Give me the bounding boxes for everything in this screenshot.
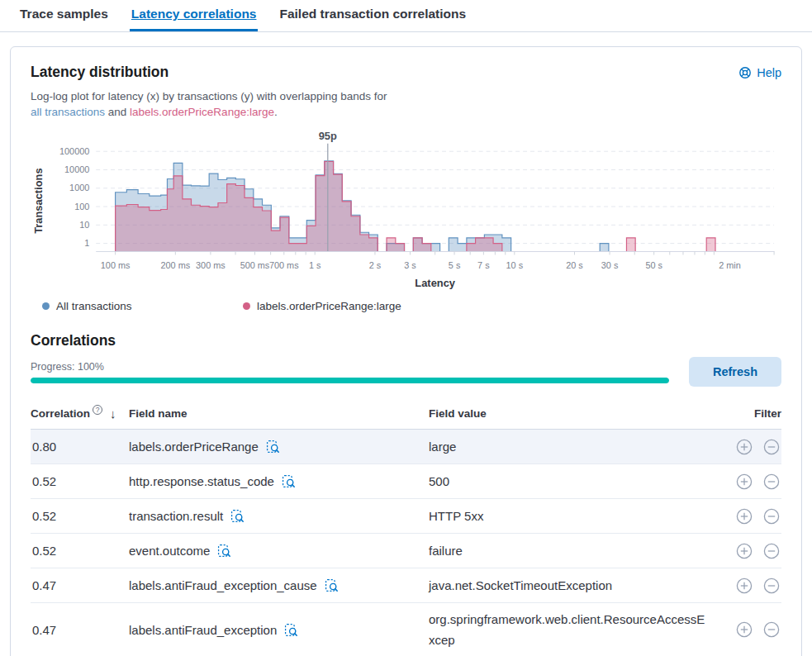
- svg-text:200 ms: 200 ms: [161, 260, 191, 270]
- svg-text:7 s: 7 s: [477, 260, 490, 270]
- table-row: 0.52 transaction.result HTTP 5xx: [31, 499, 781, 534]
- field-statistics-icon[interactable]: [266, 440, 280, 454]
- field-value: large: [429, 430, 707, 463]
- progress-label: Progress: 100%: [31, 361, 669, 373]
- page-title: Latency distribution: [31, 64, 169, 81]
- svg-text:1: 1: [84, 238, 89, 248]
- svg-text:30 s: 30 s: [601, 260, 619, 270]
- filter-exclude-button[interactable]: [763, 473, 780, 490]
- field-statistics-icon[interactable]: [217, 544, 231, 558]
- svg-text:50 s: 50 s: [645, 260, 662, 270]
- correlation-value: 0.47: [31, 578, 129, 592]
- table-row: 0.52 http.response.status_code 500: [31, 464, 781, 499]
- correlation-value: 0.52: [31, 544, 129, 558]
- table-row: 0.47 labels.antiFraud_exception org.spri…: [31, 603, 781, 656]
- tab-latency-correlations[interactable]: Latency correlations: [130, 0, 259, 31]
- info-icon[interactable]: ?: [93, 405, 102, 415]
- filter-exclude-button[interactable]: [763, 578, 780, 594]
- legend-dot-pink: [243, 302, 250, 310]
- filter-include-button[interactable]: [736, 543, 753, 559]
- field-name: labels.orderPriceRange: [129, 440, 259, 454]
- field-name: event.outcome: [129, 544, 210, 558]
- chart-description: Log-log plot for latency (x) by transact…: [31, 88, 781, 120]
- filter-include-button[interactable]: [736, 508, 753, 525]
- table-row: 0.47 labels.antiFraud_exception_cause ja…: [31, 568, 781, 603]
- field-statistics-icon[interactable]: [282, 474, 296, 488]
- table-row: 0.52 event.outcome failure: [31, 534, 781, 568]
- svg-text:100 ms: 100 ms: [101, 260, 131, 270]
- svg-text:10 s: 10 s: [506, 260, 524, 270]
- help-link[interactable]: Help: [738, 66, 781, 79]
- column-header-field-name: Field name: [129, 407, 429, 420]
- field-value: failure: [429, 535, 707, 567]
- svg-text:10000: 10000: [64, 164, 89, 174]
- all-transactions-link[interactable]: all transactions: [31, 106, 105, 118]
- svg-text:300 ms: 300 ms: [196, 260, 226, 270]
- field-name: labels.antiFraud_exception: [129, 623, 277, 637]
- column-header-correlation[interactable]: Correlation?↓: [31, 406, 129, 421]
- svg-text:2 s: 2 s: [369, 260, 382, 270]
- filter-include-button[interactable]: [736, 473, 753, 490]
- field-value: java.net.SocketTimeoutException: [429, 569, 707, 601]
- filter-include-button[interactable]: [736, 439, 753, 455]
- svg-text:1 s: 1 s: [309, 260, 321, 270]
- svg-text:100: 100: [74, 202, 89, 212]
- correlation-value: 0.52: [31, 509, 129, 523]
- latency-distribution-chart: 11010010001000010000095p100 ms200 ms300 …: [31, 128, 781, 293]
- help-label: Help: [757, 66, 781, 79]
- svg-text:500 ms: 500 ms: [240, 260, 270, 270]
- field-name: labels.antiFraud_exception_cause: [129, 578, 317, 592]
- order-price-range-link[interactable]: labels.orderPriceRange:large: [130, 106, 274, 118]
- progress-bar: [31, 378, 669, 383]
- table-header-row: Correlation?↓ Field name Field value Fil…: [31, 400, 781, 430]
- legend-dot-blue: [42, 302, 50, 310]
- correlations-table: Correlation?↓ Field name Field value Fil…: [31, 400, 781, 656]
- filter-exclude-button[interactable]: [763, 508, 780, 525]
- svg-text:2 min: 2 min: [719, 260, 741, 270]
- tab-bar: Trace samples Latency correlations Faile…: [0, 0, 812, 32]
- legend-item-order-price-range[interactable]: labels.orderPriceRange:large: [243, 300, 401, 312]
- field-statistics-icon[interactable]: [230, 509, 245, 523]
- help-icon: [738, 66, 752, 79]
- svg-text:Latency: Latency: [415, 277, 455, 289]
- column-header-field-value: Field value: [429, 407, 707, 420]
- column-header-filter: Filter: [707, 407, 781, 420]
- tab-failed-transaction-correlations[interactable]: Failed transaction correlations: [278, 0, 468, 31]
- table-row: 0.80 labels.orderPriceRange large: [31, 430, 781, 464]
- svg-text:700 ms: 700 ms: [269, 260, 299, 270]
- correlations-heading: Correlations: [31, 332, 781, 349]
- field-value: HTTP 5xx: [429, 500, 707, 532]
- chart-legend: All transactions labels.orderPriceRange:…: [42, 300, 781, 312]
- refresh-button[interactable]: Refresh: [689, 357, 781, 387]
- filter-exclude-button[interactable]: [763, 439, 780, 455]
- svg-text:10: 10: [79, 220, 89, 230]
- field-name: transaction.result: [129, 509, 223, 523]
- svg-text:95p: 95p: [319, 130, 337, 142]
- field-value: org.springframework.web.client.ResourceA…: [429, 603, 707, 656]
- svg-text:5 s: 5 s: [449, 260, 461, 270]
- filter-include-button[interactable]: [736, 578, 753, 594]
- svg-text:Transactions: Transactions: [32, 168, 45, 233]
- field-statistics-icon[interactable]: [284, 623, 298, 637]
- filter-exclude-button[interactable]: [763, 543, 780, 559]
- svg-text:1000: 1000: [69, 183, 89, 193]
- svg-text:100000: 100000: [59, 146, 89, 156]
- tab-trace-samples[interactable]: Trace samples: [18, 0, 110, 31]
- latency-correlations-panel: Latency distribution Help Log-log plot f…: [10, 46, 802, 656]
- svg-text:3 s: 3 s: [404, 260, 416, 270]
- svg-text:20 s: 20 s: [566, 260, 583, 270]
- correlation-value: 0.80: [31, 440, 129, 454]
- filter-include-button[interactable]: [736, 621, 753, 638]
- field-name: http.response.status_code: [129, 474, 274, 488]
- field-value: 500: [429, 465, 707, 497]
- field-statistics-icon[interactable]: [325, 578, 339, 592]
- correlation-value: 0.52: [31, 474, 129, 488]
- sort-descending-icon: ↓: [110, 406, 116, 421]
- filter-exclude-button[interactable]: [763, 621, 780, 638]
- legend-item-all-transactions[interactable]: All transactions: [42, 300, 243, 312]
- correlation-value: 0.47: [31, 623, 129, 637]
